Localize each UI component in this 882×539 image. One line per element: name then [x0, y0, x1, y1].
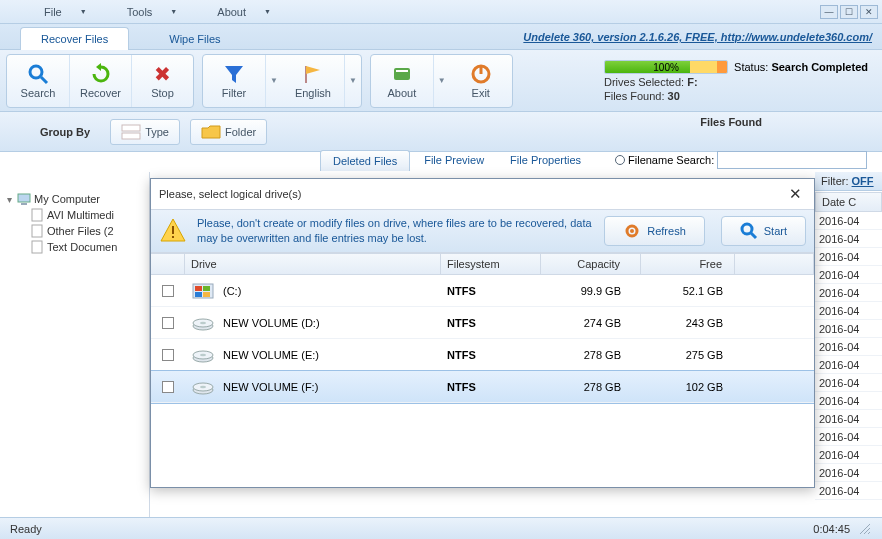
resize-handle-icon[interactable]	[858, 522, 872, 536]
drive-checkbox[interactable]	[162, 381, 174, 393]
tree-panel: ▾ My Computer AVI Multimedi Other Files …	[0, 172, 150, 517]
filename-search-input[interactable]	[717, 151, 867, 169]
recover-button[interactable]: Recover	[69, 55, 131, 107]
tree-root[interactable]: ▾ My Computer	[4, 192, 145, 206]
main-toolbar: Search Recover ✖ Stop Filter ▼ English ▼…	[0, 50, 882, 112]
drive-checkbox[interactable]	[162, 317, 174, 329]
maximize-button[interactable]: ☐	[840, 5, 858, 19]
drive-free: 243 GB	[641, 317, 735, 329]
drive-capacity: 278 GB	[541, 349, 641, 361]
title-bar: File▼ Tools▼ About▼ — ☐ ✕	[0, 0, 882, 24]
tab-recover-files[interactable]: Recover Files	[20, 27, 129, 50]
col-header-drive[interactable]: Drive	[185, 254, 441, 274]
svg-line-1	[41, 77, 47, 83]
svg-rect-23	[203, 292, 210, 297]
search-button[interactable]: Search	[7, 55, 69, 107]
tab-deleted-files[interactable]: Deleted Files	[320, 150, 410, 171]
tab-wipe-files[interactable]: Wipe Files	[149, 28, 240, 50]
filter-button[interactable]: Filter	[203, 55, 265, 107]
drive-fs: NTFS	[441, 349, 541, 361]
collapse-icon[interactable]: ▾	[4, 194, 14, 205]
col-header-fs[interactable]: Filesystem	[441, 254, 541, 274]
svg-rect-8	[18, 194, 30, 202]
drive-free: 52.1 GB	[641, 285, 735, 297]
drive-fs: NTFS	[441, 381, 541, 393]
drive-row[interactable]: NEW VOLUME (F:)NTFS278 GB102 GB	[151, 371, 814, 403]
recover-label: Recover	[80, 87, 121, 99]
svg-point-16	[630, 229, 634, 233]
svg-rect-12	[32, 241, 42, 253]
about-icon	[391, 63, 413, 85]
svg-rect-10	[32, 209, 42, 221]
filter-toggle[interactable]: OFF	[852, 175, 874, 187]
close-button[interactable]: ✕	[860, 5, 878, 19]
drive-row[interactable]: NEW VOLUME (E:)NTFS278 GB275 GB	[151, 339, 814, 371]
exit-button[interactable]: Exit	[450, 55, 512, 107]
filter-dropdown[interactable]: ▼	[265, 55, 282, 107]
folder-icon	[201, 124, 221, 140]
drive-row[interactable]: NEW VOLUME (D:)NTFS274 GB243 GB	[151, 307, 814, 339]
date-cell: 2016-04	[815, 374, 882, 392]
stop-label: Stop	[151, 87, 174, 99]
search-icon	[740, 222, 758, 240]
computer-icon	[17, 192, 31, 206]
dropdown-icon: ▼	[170, 8, 177, 15]
column-header-date[interactable]: Date C	[815, 192, 882, 212]
date-cell: 2016-04	[815, 320, 882, 338]
col-header-capacity[interactable]: Capacity	[541, 254, 641, 274]
drive-row[interactable]: (C:)NTFS99.9 GB52.1 GB	[151, 275, 814, 307]
menu-about[interactable]: About▼	[217, 6, 271, 18]
status-ready: Ready	[10, 523, 42, 535]
tree-item-text[interactable]: Text Documen	[4, 240, 145, 254]
groupby-type-button[interactable]: Type	[110, 119, 180, 145]
about-dropdown[interactable]: ▼	[433, 55, 450, 107]
svg-line-35	[868, 532, 870, 534]
search-icon	[27, 63, 49, 85]
tree-item-other[interactable]: Other Files (2	[4, 224, 145, 238]
drive-fs: NTFS	[441, 285, 541, 297]
language-dropdown[interactable]: ▼	[344, 55, 361, 107]
files-found-header: Files Found	[700, 116, 762, 128]
stop-button[interactable]: ✖ Stop	[131, 55, 193, 107]
drive-capacity: 274 GB	[541, 317, 641, 329]
gear-icon	[623, 222, 641, 240]
recover-icon	[90, 63, 112, 85]
start-button[interactable]: Start	[721, 216, 806, 246]
tree-item-avi[interactable]: AVI Multimedi	[4, 208, 145, 222]
stop-icon: ✖	[152, 63, 174, 85]
search-radio[interactable]	[615, 155, 625, 165]
flag-icon	[302, 63, 324, 85]
filter-label: Filter	[222, 87, 246, 99]
refresh-button[interactable]: Refresh	[604, 216, 705, 246]
svg-rect-22	[195, 292, 202, 297]
svg-rect-20	[195, 286, 202, 291]
drive-checkbox[interactable]	[162, 285, 174, 297]
dialog-close-button[interactable]: ✕	[785, 185, 806, 203]
about-button[interactable]: About	[371, 55, 433, 107]
menu-file[interactable]: File▼	[44, 6, 87, 18]
dropdown-icon: ▼	[264, 8, 271, 15]
language-button[interactable]: English	[282, 55, 344, 107]
svg-rect-13	[172, 226, 174, 234]
drive-select-dialog: Please, select logical drive(s) ✕ Please…	[150, 178, 815, 488]
groupby-folder-button[interactable]: Folder	[190, 119, 267, 145]
drive-fs: NTFS	[441, 317, 541, 329]
col-header-free[interactable]: Free	[641, 254, 735, 274]
files-found-count: 30	[668, 90, 680, 102]
version-link[interactable]: Undelete 360, version 2.1.6.26, FREE, ht…	[523, 31, 872, 49]
svg-point-29	[200, 353, 206, 355]
svg-rect-21	[203, 286, 210, 291]
minimize-button[interactable]: —	[820, 5, 838, 19]
date-cell: 2016-04	[815, 230, 882, 248]
status-value: Search Completed	[771, 61, 868, 73]
file-icon	[30, 208, 44, 222]
filter-icon	[223, 63, 245, 85]
menu-tools[interactable]: Tools▼	[127, 6, 178, 18]
svg-line-18	[751, 233, 756, 238]
progress-bar: 100%	[604, 60, 728, 74]
drive-checkbox[interactable]	[162, 349, 174, 361]
tab-file-properties[interactable]: File Properties	[498, 150, 593, 170]
groupby-toolbar: Group By Type Folder Files Found	[0, 112, 882, 152]
tab-file-preview[interactable]: File Preview	[412, 150, 496, 170]
drive-label: NEW VOLUME (D:)	[223, 317, 320, 329]
